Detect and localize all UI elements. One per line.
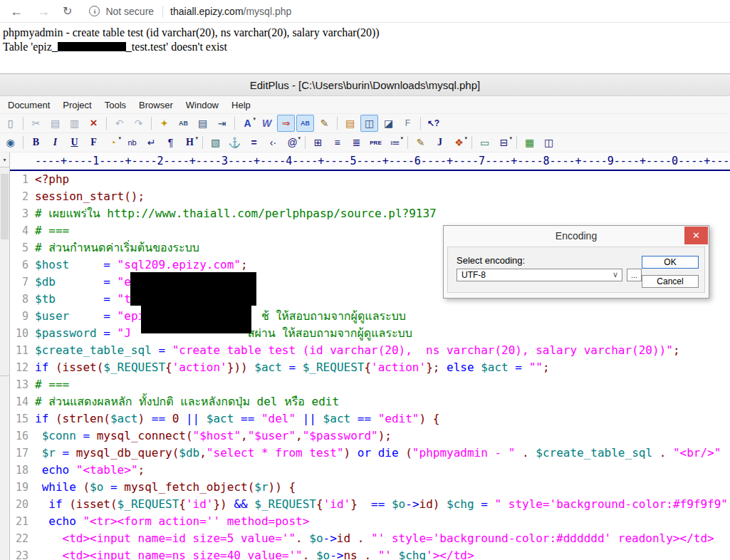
delete-icon-glyph: × [90, 116, 98, 130]
code-line-17[interactable]: 17 $r = mysql_db_query($db,"select * fro… [10, 445, 730, 462]
encoding-combobox[interactable]: UTF-8 ∨ [457, 269, 622, 281]
menu-browser[interactable]: Browser [132, 98, 179, 112]
heading-icon[interactable]: H▾ [181, 134, 199, 151]
line-number: 13 [10, 376, 28, 393]
find-in-files-icon[interactable]: ▤ [194, 115, 212, 132]
bold-icon[interactable]: B [27, 134, 45, 151]
code-line-12[interactable]: 12if (isset($_REQUEST{'action'})) $act =… [10, 359, 730, 376]
code-line-10[interactable]: 10$password = "J สผ่าน ให้สอบถามจากผู้ดู… [10, 325, 730, 342]
redo-icon[interactable]: ↷ [130, 115, 147, 132]
code-line-21[interactable]: 21 echo "<tr><form action='' method=post… [10, 513, 730, 530]
code-segment: <td><input name=id size=5 value='" [35, 532, 296, 545]
underline-icon[interactable]: U [66, 134, 83, 151]
code-line-18[interactable]: 18 echo "<table>"; [10, 462, 730, 479]
align-center-icon[interactable]: ≡ [328, 134, 346, 151]
menu-window[interactable]: Window [179, 98, 225, 112]
menu-tools[interactable]: Tools [98, 98, 132, 112]
url-path[interactable]: /mysql.php [244, 6, 292, 17]
replace-icon[interactable]: AB [174, 115, 192, 132]
image-icon[interactable]: ▧ [207, 134, 224, 151]
font-icon[interactable]: A▾ [239, 115, 256, 132]
pre-icon[interactable]: PRE [367, 134, 385, 151]
reformat-icon[interactable]: ✎ [316, 115, 333, 132]
table-icon[interactable]: ⊞ [309, 134, 327, 151]
script-icon[interactable]: ✎ [412, 134, 429, 151]
undo-icon[interactable]: ↶ [110, 115, 128, 132]
page-text-line1: phpmyadmin - create table test (id varch… [3, 26, 715, 40]
url-host[interactable]: thaiall.epizy.com [170, 6, 243, 17]
browse-button[interactable]: ... [627, 269, 642, 281]
function-list-icon[interactable]: F [399, 115, 417, 132]
toolbar-separator [337, 117, 338, 130]
output-window-icon[interactable]: ◪ [380, 115, 397, 132]
menu-help[interactable]: Help [225, 98, 257, 112]
object-icon[interactable]: ❖▾ [450, 134, 468, 151]
email-icon[interactable]: @▾ [283, 134, 301, 151]
comment-icon[interactable]: ‹· [264, 134, 282, 151]
combo-value: UTF-8 [462, 270, 486, 280]
code-segment [56, 275, 103, 289]
font-size-icon[interactable]: F [85, 134, 103, 151]
italic-icon[interactable]: I [46, 134, 64, 151]
code-segment: $act [481, 361, 509, 374]
document-list-icon[interactable]: ▤ [341, 115, 359, 132]
word-wrap-icon[interactable]: W [258, 115, 276, 132]
cancel-button[interactable]: Cancel [642, 275, 699, 288]
code-line-11[interactable]: 11$create_table_sql = "create table test… [10, 342, 730, 359]
line-number: 2 [10, 188, 28, 205]
delete-icon[interactable]: × [85, 115, 103, 132]
context-help-icon[interactable]: ↖? [424, 115, 442, 132]
code-line-16[interactable]: 16 $conn = mysql_connect("$host","$user"… [10, 427, 730, 445]
anchor-icon[interactable]: ⚓ [226, 134, 244, 151]
line-numbers-icon[interactable]: AB [296, 115, 314, 132]
code-line-23[interactable]: 23 <td><input name=ns size=40 value='". … [10, 547, 730, 560]
ok-button[interactable]: OK [642, 256, 699, 269]
align-right-icon[interactable]: ≣ [348, 134, 365, 151]
scroll-thumb[interactable] [1, 174, 9, 239]
paste-icon[interactable]: ▥ [66, 115, 83, 132]
paragraph-icon[interactable]: ¶ [162, 134, 179, 151]
back-icon[interactable]: ← [10, 5, 23, 18]
list-icon[interactable]: ≔▾ [386, 134, 404, 151]
code-line-9[interactable]: 9$user = "epiz ช้ ให้สอบถามจากผู้ดูแลระบ… [10, 308, 730, 325]
refresh-icon[interactable]: ↻ [63, 6, 72, 17]
nbsp-icon[interactable]: nb [123, 134, 141, 151]
folder-icon[interactable]: ▭ [476, 134, 494, 151]
cliptext-window-icon[interactable]: ◫ [360, 115, 378, 132]
find-icon[interactable]: ✦ [155, 115, 173, 132]
left-scroll-strip[interactable]: ▾ [0, 152, 10, 560]
dialog-titlebar[interactable]: Encoding [444, 226, 709, 245]
dialog-close-button[interactable]: ✕ [684, 227, 708, 244]
code-line-3[interactable]: 3# เผยแพร่ใน http://www.thaiall.com/perl… [10, 205, 730, 222]
code-line-13[interactable]: 13# === [10, 376, 730, 393]
cut-icon[interactable]: ✂ [27, 115, 45, 132]
javascript-icon[interactable]: J [431, 134, 449, 151]
goto-list-icon[interactable]: ⇥ [213, 115, 231, 132]
frame-icon[interactable]: ◫ [540, 134, 558, 151]
browser-preview-icon[interactable]: ◉ [1, 134, 19, 151]
menu-document[interactable]: Document [1, 98, 56, 112]
line-break-icon[interactable]: ↵ [142, 134, 160, 151]
code-segment: }; [426, 361, 447, 374]
code-line-2[interactable]: 2session_start(); [10, 188, 730, 205]
copy-icon[interactable]: ▤ [46, 115, 64, 132]
form-icon[interactable]: ⊟▾ [495, 134, 513, 151]
code-line-1[interactable]: 1<?php [10, 171, 730, 188]
code-line-19[interactable]: 19 while ($o = mysql_fetch_object($r)) { [10, 479, 730, 496]
forward-icon[interactable]: → [37, 5, 50, 18]
browser-window-icon[interactable]: ▦ [521, 134, 538, 151]
code-line-20[interactable]: 20 if (isset($_REQUEST{'id'}) && $_REQUE… [10, 496, 730, 513]
scroll-chevron-icon[interactable]: ▾ [0, 152, 9, 167]
text-color-icon[interactable]: ◔▾ [104, 134, 122, 151]
code-line-14[interactable]: 14# ส่วนแสดงผลหลัก ทั้งปกติ และหลังกดปุ่… [10, 393, 730, 410]
auto-indent-icon[interactable]: ⇒ [277, 115, 295, 132]
new-document-icon[interactable]: ▯ [1, 115, 19, 132]
titlebar[interactable]: EditPlus - [C:\Users\burin\Downloads\mys… [0, 74, 730, 96]
code-segment: 'id' [186, 497, 214, 511]
line-number: 22 [10, 530, 28, 547]
site-info-icon[interactable]: i [89, 6, 100, 16]
code-line-15[interactable]: 15if (strlen($act) == 0 || $act == "del"… [10, 410, 730, 427]
hr-icon[interactable]: = [245, 134, 263, 151]
code-line-22[interactable]: 22 <td><input name=id size=5 value='". $… [10, 530, 730, 547]
menu-project[interactable]: Project [56, 98, 98, 112]
